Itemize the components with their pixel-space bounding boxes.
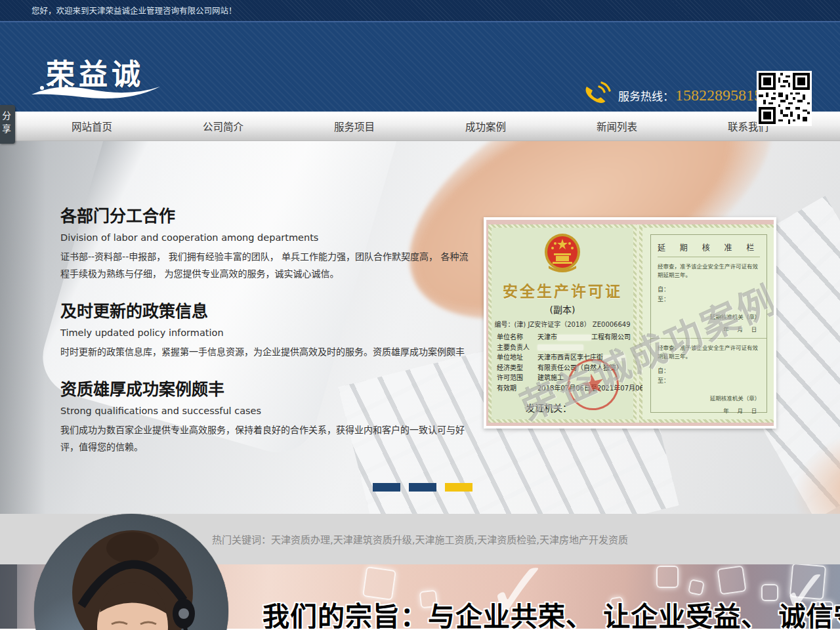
share-tab[interactable]: 分享 (0, 105, 15, 144)
renewal-paragraph-2: 经审查，准予该企业安全生产许可证有效期延期三年。 (658, 344, 760, 361)
feature-subtitle: Division of labor and cooperation among … (60, 232, 474, 243)
qr-code (757, 71, 812, 126)
page: 您好，欢迎来到天津荣益诚企业管理咨询有限公司网站！ 荣益诚 服务热线： 1582… (0, 0, 840, 630)
keywords-label: 热门关键词： (212, 534, 271, 546)
banner-slogan: 我们的宗旨：与企业共荣、 让企业受益、 诚信守诺 (262, 595, 840, 629)
nav-item-services[interactable]: 服务项目 (314, 119, 394, 133)
renewal-org-label-2: 延期核准机关（章） (658, 394, 760, 402)
renewal-paragraph: 经审查，准予该企业安全生产许可证有效期延期三年。 (658, 262, 760, 280)
banner-edge (0, 564, 17, 629)
feature-subtitle: Timely updated policy information (60, 327, 474, 338)
nav-item-about[interactable]: 公司简介 (183, 119, 263, 133)
certificate-photo: 安全生产许可证 (副本) 编号：(津) JZ安许证字（2018） ZE00066… (484, 217, 776, 429)
feature-policy-info: 及时更新的政策信息 Timely updated policy informat… (60, 298, 474, 360)
nav-item-cases[interactable]: 成功案例 (446, 119, 526, 133)
feature-body: 我们成功为数百家企业提供专业高效服务，保持着良好的合作关系，获得业内和客户的一致… (60, 421, 474, 455)
feature-qualifications: 资质雄厚成功案例颇丰 Strong qualifications and suc… (60, 376, 474, 455)
feature-subtitle: Strong qualifications and successful cas… (60, 406, 474, 416)
feature-list: 各部门分工合作 Division of labor and cooperatio… (60, 203, 474, 471)
keywords-links[interactable]: 天津资质办理,天津建筑资质升级,天津施工资质,天津资质检验,天津房地产开发资质 (271, 534, 628, 546)
nav-item-home[interactable]: 网站首页 (52, 119, 132, 133)
renewal-date-blanks: 年 月 日 (658, 325, 760, 333)
main-nav: 网站首页 公司简介 服务项目 成功案例 新闻列表 联系我们 (0, 112, 840, 141)
certificate-title: 安全生产许可证 (492, 279, 633, 301)
hotline-label: 服务热线： (618, 87, 674, 104)
hotline: 服务热线： 15822895815 (581, 80, 762, 110)
carousel-dot-3-active[interactable] (445, 483, 472, 492)
renewal-header: 延 期 核 准 栏 (658, 242, 760, 257)
banner-square (717, 565, 746, 595)
national-emblem-icon (543, 233, 581, 274)
certificate-right-page: 延 期 核 准 栏 经审查，准予该企业安全生产许可证有效期延期三年。 自： 至：… (639, 224, 774, 423)
certificate-copy-label: (副本) (492, 303, 633, 316)
hero-slide: 各部门分工合作 Division of labor and cooperatio… (0, 141, 840, 514)
carousel-dot-1[interactable] (373, 483, 400, 492)
banner-square (656, 566, 679, 588)
logo[interactable]: 荣益诚 (30, 39, 175, 105)
carousel-dot-2[interactable] (409, 483, 436, 492)
feature-title: 资质雄厚成功案例颇丰 (60, 376, 474, 400)
topbar: 您好，欢迎来到天津荣益诚企业管理咨询有限公司网站！ (0, 0, 840, 22)
certificate-issue-date: 2018年07月06日 (492, 425, 608, 426)
feature-body: 时时更新的政策信息库，紧握第一手信息资源，为企业提供高效及时的服务。资质雄厚成功… (60, 343, 474, 360)
certificate-left-page: 安全生产许可证 (副本) 编号：(津) JZ安许证字（2018） ZE00066… (488, 224, 637, 423)
feature-division-of-labor: 各部门分工合作 Division of labor and cooperatio… (60, 203, 474, 282)
banner-square (688, 579, 705, 596)
hotline-number: 15822895815 (675, 87, 762, 104)
phone-icon (581, 80, 612, 110)
nav-item-news[interactable]: 新闻列表 (577, 119, 657, 133)
logo-wave-icon (30, 80, 161, 104)
header: 荣益诚 服务热线： 15822895815 (0, 22, 840, 112)
renewal-org-label: 延期核准机关（章） (658, 312, 760, 320)
feature-title: 及时更新的政策信息 (60, 298, 474, 322)
hero-shade (0, 141, 46, 514)
certificate-serial: 编号：(津) JZ安许证字（2018） ZE0006649 (492, 319, 633, 329)
carousel-indicators (373, 483, 481, 492)
feature-body: 证书部--资料部--申报部， 我们拥有经验丰富的团队， 单兵工作能力强，团队合作… (60, 248, 474, 282)
welcome-text: 您好，欢迎来到天津荣益诚企业管理咨询有限公司网站！ (32, 6, 237, 16)
renewal-date-blanks-2: 年 月 日 (658, 406, 760, 414)
feature-title: 各部门分工合作 (60, 203, 474, 226)
